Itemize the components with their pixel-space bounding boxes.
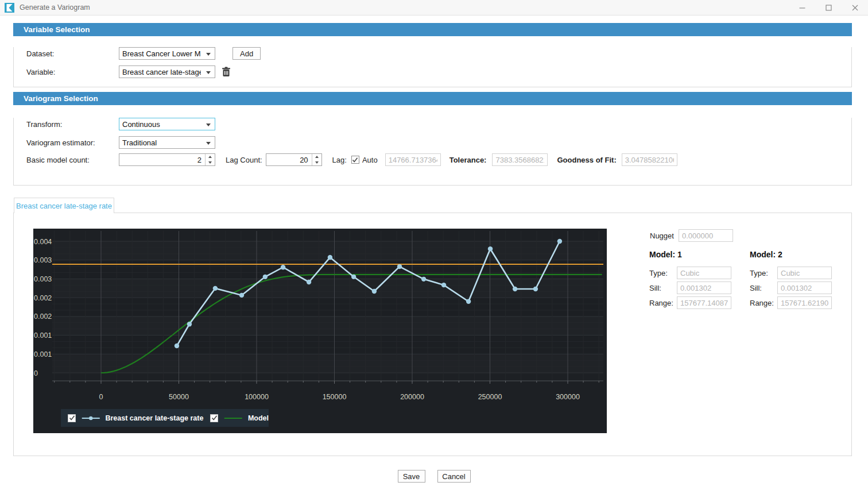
svg-text:0: 0 bbox=[34, 369, 38, 377]
lag-value-field[interactable] bbox=[385, 153, 441, 166]
lag-count-input[interactable] bbox=[266, 154, 312, 165]
variable-selection-header: Variable Selection bbox=[13, 23, 852, 36]
variable-label: Variable: bbox=[26, 68, 119, 76]
model-1-type-field[interactable] bbox=[677, 267, 731, 279]
model-2-sill-field[interactable] bbox=[777, 281, 832, 294]
variogram-chart: 0500001000001500002000002500003000000.00… bbox=[33, 229, 607, 433]
title-bar: Generate a Variogram bbox=[0, 0, 868, 16]
model-1-sill-field[interactable] bbox=[677, 281, 731, 294]
model-visibility-checkbox[interactable] bbox=[210, 414, 218, 422]
goodness-of-fit-label: Goodness of Fit: bbox=[557, 156, 616, 164]
auto-label: Auto bbox=[362, 156, 378, 164]
stepper-down-icon[interactable] bbox=[312, 160, 321, 165]
estimator-dropdown-value: Traditional bbox=[119, 138, 201, 147]
window-controls bbox=[789, 0, 868, 15]
checkmark-icon bbox=[352, 157, 358, 163]
variogram-selection-header: Variogram Selection bbox=[13, 92, 852, 105]
delete-variable-trash-icon[interactable] bbox=[222, 67, 231, 77]
chevron-down-icon bbox=[206, 71, 211, 74]
model-2-type-label: Type: bbox=[749, 269, 777, 277]
stepper-up-icon[interactable] bbox=[206, 154, 215, 160]
model-2-type-field[interactable] bbox=[777, 267, 832, 279]
model-2-sill-label: Sill: bbox=[749, 284, 777, 292]
variable-dropdown[interactable]: Breast cancer late-stage rat bbox=[119, 65, 215, 78]
tolerance-label: Tolerance: bbox=[450, 156, 487, 164]
variable-selection-section: Variable Selection Dataset: Breast Cance… bbox=[13, 23, 852, 87]
dataset-label: Dataset: bbox=[26, 49, 119, 58]
variogram-selection-section: Variogram Selection Transform: Continuou… bbox=[13, 92, 852, 186]
goodness-of-fit-field[interactable] bbox=[622, 153, 677, 166]
model-parameters-panel: Nugget Model: 1 Type: Sill: Range: bbox=[636, 229, 849, 311]
estimator-dropdown[interactable]: Traditional bbox=[119, 136, 215, 149]
svg-text:250000: 250000 bbox=[478, 393, 502, 401]
variogram-panel: 0500001000001500002000002500003000000.00… bbox=[13, 213, 852, 456]
svg-text:150000: 150000 bbox=[323, 393, 347, 401]
basic-model-count-input[interactable] bbox=[119, 154, 205, 165]
model-2-column: Model: 2 Type: Sill: Range: bbox=[749, 250, 849, 311]
series-legend-label: Breast cancer late-stage rate bbox=[105, 414, 203, 422]
close-button[interactable] bbox=[842, 0, 868, 15]
model-line-sample-icon bbox=[224, 415, 242, 422]
svg-text:0.003: 0.003 bbox=[34, 275, 52, 283]
app-logo-icon bbox=[5, 3, 14, 13]
svg-text:300000: 300000 bbox=[556, 393, 580, 401]
lag-count-label: Lag Count: bbox=[226, 156, 262, 164]
lag-label: Lag: bbox=[332, 156, 347, 164]
transform-dropdown-value: Continuous bbox=[119, 120, 201, 129]
checkmark-icon bbox=[69, 415, 75, 421]
dataset-dropdown-value: Breast Cancer Lower Michig bbox=[119, 49, 201, 58]
model-1-range-field[interactable] bbox=[677, 296, 731, 309]
tolerance-field[interactable] bbox=[492, 153, 548, 166]
model-2-title: Model: 2 bbox=[749, 250, 849, 259]
model-2-range-label: Range: bbox=[749, 299, 777, 307]
model-1-title: Model: 1 bbox=[648, 250, 749, 259]
basic-model-count-stepper[interactable] bbox=[119, 153, 215, 166]
application-window: Generate a Variogram Variable Selection … bbox=[0, 0, 868, 486]
svg-text:0.002: 0.002 bbox=[34, 294, 52, 302]
window-title: Generate a Variogram bbox=[20, 3, 90, 11]
model-2-range-field[interactable] bbox=[777, 296, 832, 309]
estimator-label: Variogram estimator: bbox=[26, 138, 119, 147]
chart-legend: Breast cancer late-stage rate Model bbox=[61, 409, 269, 427]
basic-model-count-label: Basic model count: bbox=[26, 156, 119, 164]
cancel-button[interactable]: Cancel bbox=[437, 470, 471, 483]
model-1-range-label: Range: bbox=[648, 299, 677, 307]
svg-text:0.002: 0.002 bbox=[34, 313, 52, 321]
stepper-down-icon[interactable] bbox=[206, 160, 215, 165]
chevron-down-icon bbox=[206, 124, 211, 126]
lag-count-stepper[interactable] bbox=[266, 153, 322, 166]
footer-actions: Save Cancel bbox=[0, 470, 868, 483]
svg-text:0.003: 0.003 bbox=[34, 256, 52, 264]
stepper-up-icon[interactable] bbox=[312, 154, 321, 160]
series-line-sample-icon bbox=[82, 415, 100, 422]
transform-dropdown[interactable]: Continuous bbox=[119, 118, 215, 130]
svg-text:0.001: 0.001 bbox=[34, 350, 52, 358]
svg-text:50000: 50000 bbox=[169, 393, 189, 401]
tab-variable-label: Breast cancer late-stage rate bbox=[16, 202, 112, 210]
tab-variable[interactable]: Breast cancer late-stage rate bbox=[14, 198, 114, 213]
transform-label: Transform: bbox=[26, 120, 119, 129]
save-button[interactable]: Save bbox=[398, 470, 425, 483]
lag-auto-checkbox[interactable] bbox=[351, 156, 359, 164]
nugget-label: Nugget bbox=[650, 232, 679, 240]
chevron-down-icon bbox=[206, 142, 211, 145]
model-1-column: Model: 1 Type: Sill: Range: bbox=[648, 250, 749, 311]
chevron-down-icon bbox=[206, 53, 211, 56]
svg-text:200000: 200000 bbox=[400, 393, 424, 401]
checkmark-icon bbox=[211, 415, 218, 421]
variable-dropdown-value: Breast cancer late-stage rat bbox=[119, 68, 201, 76]
nugget-field[interactable] bbox=[679, 229, 733, 242]
variogram-plot: 0500001000001500002000002500003000000.00… bbox=[33, 229, 607, 433]
series-visibility-checkbox[interactable] bbox=[68, 414, 76, 422]
model-1-type-label: Type: bbox=[648, 269, 677, 277]
model-legend-label: Model bbox=[248, 414, 269, 422]
svg-text:0: 0 bbox=[99, 393, 103, 401]
svg-text:100000: 100000 bbox=[245, 393, 269, 401]
svg-text:0.001: 0.001 bbox=[34, 331, 52, 340]
model-1-sill-label: Sill: bbox=[648, 284, 677, 292]
add-button[interactable]: Add bbox=[232, 47, 261, 60]
svg-text:0.004: 0.004 bbox=[34, 238, 52, 246]
minimize-button[interactable] bbox=[789, 0, 815, 15]
dataset-dropdown[interactable]: Breast Cancer Lower Michig bbox=[119, 47, 215, 60]
maximize-button[interactable] bbox=[815, 0, 842, 15]
